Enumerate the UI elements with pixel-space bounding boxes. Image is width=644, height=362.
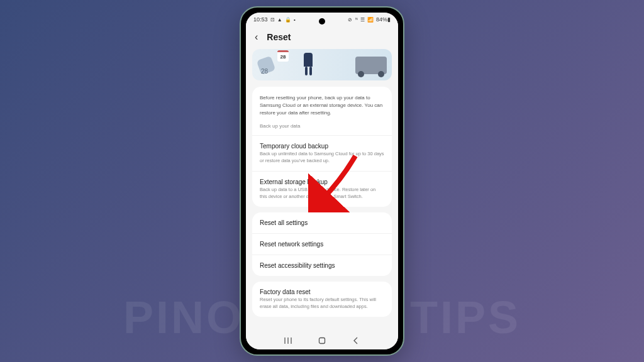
factory-data-reset-item[interactable]: Factory data reset Reset your phone to i… — [252, 282, 392, 317]
header: ‹ Reset — [246, 26, 398, 45]
status-right: ⊘ ᴺ ☰ 📶 84%▮ — [348, 16, 391, 23]
factory-reset-card: Factory data reset Reset your phone to i… — [252, 282, 392, 317]
item-sub: Reset your phone to its factory default … — [260, 297, 384, 310]
back-icon[interactable]: ‹ — [255, 31, 258, 43]
item-title: External storage backup — [260, 178, 384, 185]
item-title: Reset all settings — [260, 219, 384, 226]
item-title: Temporary cloud backup — [260, 143, 384, 150]
cart-illustration — [355, 57, 387, 74]
reset-network-settings-item[interactable]: Reset network settings — [252, 233, 392, 255]
person-illustration — [299, 53, 317, 78]
svg-rect-0 — [319, 338, 325, 344]
status-right-icons: ⊘ ᴺ ☰ 📶 — [348, 17, 374, 23]
external-storage-backup-item[interactable]: External storage backup Back up data to … — [252, 171, 392, 207]
backup-card: Before resetting your phone, back up you… — [252, 87, 392, 207]
page-title: Reset — [267, 32, 291, 42]
reset-options-card: Reset all settings Reset network setting… — [252, 212, 392, 276]
back-button[interactable] — [350, 335, 362, 346]
item-title: Reset network settings — [260, 241, 384, 248]
status-time: 10:53 — [253, 16, 268, 23]
intro-text: Before resetting your phone, back up you… — [252, 87, 392, 121]
reset-accessibility-settings-item[interactable]: Reset accessibility settings — [252, 255, 392, 276]
item-title: Reset accessibility settings — [260, 262, 384, 269]
banner-illustration: 28 28 — [252, 49, 392, 80]
camera-hole — [319, 18, 325, 25]
status-left: 10:53 ⊡ ▲ 🔒 • — [253, 16, 296, 23]
backup-label: Back up your data — [252, 121, 392, 135]
status-left-icons: ⊡ ▲ 🔒 • — [270, 17, 296, 23]
banner-number: 28 — [261, 68, 268, 75]
calendar-icon: 28 — [277, 50, 289, 62]
reset-all-settings-item[interactable]: Reset all settings — [252, 212, 392, 233]
phone-frame: 10:53 ⊡ ▲ 🔒 • ⊘ ᴺ ☰ 📶 84%▮ ‹ Reset 28 28 — [240, 6, 404, 356]
temporary-cloud-backup-item[interactable]: Temporary cloud backup Back up unlimited… — [252, 135, 392, 171]
home-button[interactable] — [316, 335, 328, 346]
item-sub: Back up unlimited data to Samsung Cloud … — [260, 151, 384, 164]
item-sub: Back up data to a USB storage device. Re… — [260, 187, 384, 200]
item-title: Factory data reset — [260, 288, 384, 295]
content-scroll[interactable]: 28 28 Before resetting your phone, back … — [246, 45, 398, 332]
status-battery: 84%▮ — [376, 16, 391, 23]
screen: 10:53 ⊡ ▲ 🔒 • ⊘ ᴺ ☰ 📶 84%▮ ‹ Reset 28 28 — [246, 13, 398, 349]
navigation-bar — [246, 332, 398, 349]
recents-button[interactable] — [282, 335, 294, 346]
